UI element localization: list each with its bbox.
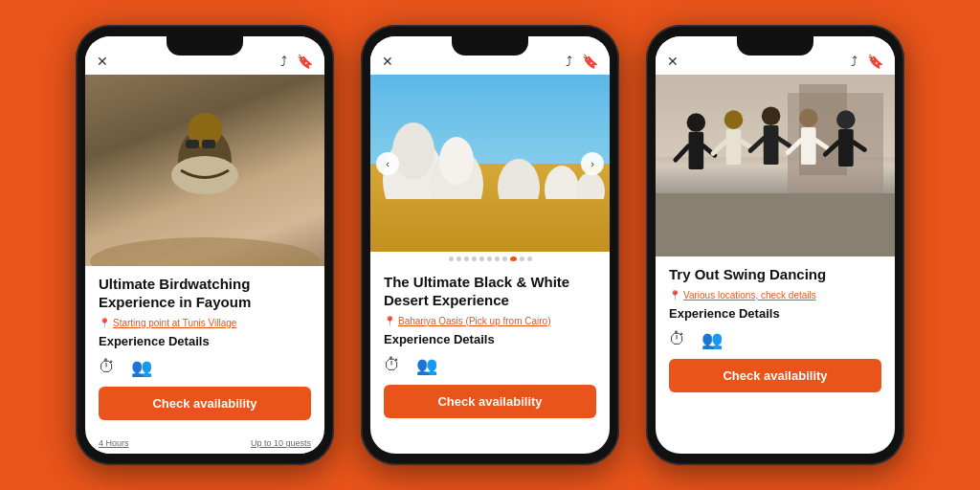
svg-point-10 (498, 159, 540, 199)
phone-frame-3: ✕ ⤴ 🔖 (646, 25, 904, 465)
location-pin-icon-3: 📍 (669, 290, 680, 301)
svg-rect-4 (202, 140, 215, 148)
svg-line-20 (741, 141, 752, 147)
phone-frame-2: ✕ ⤴ 🔖 (361, 25, 619, 465)
dot-1[interactable] (449, 256, 454, 261)
svg-rect-18 (725, 128, 741, 164)
dot-4[interactable] (472, 256, 477, 261)
carousel-arrow-right-2[interactable]: › (581, 152, 604, 175)
location-text-1: Starting point at Tunis Village (113, 317, 236, 329)
experience-title-1: Ultimate Birdwatching Experience in Fayo… (99, 276, 311, 312)
close-icon-3[interactable]: ✕ (667, 54, 679, 69)
top-bar-icons-3: ⤴ 🔖 (851, 54, 883, 69)
check-availability-button-3[interactable]: Check availability (669, 359, 881, 392)
close-icon-1[interactable]: ✕ (97, 54, 108, 69)
experience-details-label-2: Experience Details (384, 332, 596, 346)
phone-1: ✕ ⤴ 🔖 (76, 25, 334, 465)
dot-8[interactable] (502, 256, 507, 261)
svg-point-29 (836, 110, 856, 129)
clock-icon-2: ⏱ (384, 355, 401, 375)
dot-10[interactable] (520, 256, 524, 261)
phone-notch-3 (737, 36, 813, 56)
people-icon-2: 👥 (416, 355, 437, 376)
location-pin-icon-2: 📍 (384, 316, 395, 326)
phone-2: ✕ ⤴ 🔖 (361, 25, 619, 465)
svg-line-15 (675, 145, 688, 160)
svg-rect-30 (838, 128, 854, 166)
details-icons-row-3: ⏱ 👥 (669, 325, 881, 352)
svg-line-28 (815, 140, 827, 147)
svg-point-2 (171, 156, 238, 194)
dot-11[interactable] (527, 256, 532, 261)
dot-2[interactable] (457, 256, 461, 261)
carousel-arrow-left-2[interactable]: ‹ (376, 152, 399, 175)
share-icon-1[interactable]: ⤴ (280, 54, 287, 69)
location-row-2: 📍 Bahariya Oasis (Pick up from Cairo) (384, 315, 596, 327)
location-row-3: 📍 Various locations, check details (669, 289, 881, 301)
hero-image-2: ‹ › (370, 75, 610, 252)
check-availability-button-2[interactable]: Check availability (384, 385, 596, 418)
svg-rect-3 (186, 140, 199, 148)
phone-content-2: The Ultimate Black & White Desert Experi… (370, 264, 610, 454)
location-text-2: Bahariya Oasis (Pick up from Cairo) (398, 315, 551, 327)
bookmark-icon-2[interactable]: 🔖 (582, 54, 598, 69)
hero-image-3 (656, 75, 895, 256)
dot-3[interactable] (464, 256, 469, 261)
svg-line-23 (750, 138, 764, 150)
svg-point-17 (724, 110, 743, 129)
experience-title-2: The Ultimate Black & White Desert Experi… (384, 274, 596, 310)
phone-3: ✕ ⤴ 🔖 (646, 25, 904, 465)
svg-point-25 (798, 108, 817, 127)
phone-content-3: Try Out Swing Dancing 📍 Various location… (656, 256, 895, 454)
phone-frame-1: ✕ ⤴ 🔖 (76, 25, 334, 465)
details-icons-row-1: ⏱ 👥 (99, 353, 311, 380)
svg-point-7 (392, 122, 434, 180)
clock-icon-1: ⏱ (99, 357, 116, 377)
svg-line-32 (853, 142, 864, 149)
location-row-1: 📍 Starting point at Tunis Village (99, 317, 311, 329)
svg-point-13 (686, 113, 705, 132)
dot-7[interactable] (495, 256, 500, 261)
phone-notch-1 (167, 36, 243, 56)
phone-screen-3: ✕ ⤴ 🔖 (656, 36, 895, 454)
bottom-guests-1: Up to 10 guests (251, 438, 311, 448)
bottom-duration-1: 4 Hours (99, 438, 129, 448)
experience-details-label-3: Experience Details (669, 306, 881, 321)
close-icon-2[interactable]: ✕ (382, 54, 393, 69)
phone-screen-2: ✕ ⤴ 🔖 (370, 36, 610, 454)
top-bar-icons-1: ⤴ 🔖 (280, 54, 313, 69)
phone-notch-2 (452, 36, 528, 56)
top-bar-icons-2: ⤴ 🔖 (566, 54, 598, 69)
experience-title-3: Try Out Swing Dancing (669, 266, 881, 284)
share-icon-2[interactable]: ⤴ (566, 54, 572, 69)
phone-screen-1: ✕ ⤴ 🔖 (85, 36, 324, 454)
svg-rect-22 (763, 125, 778, 165)
svg-line-19 (712, 141, 725, 153)
bookmark-icon-1[interactable]: 🔖 (297, 54, 313, 69)
experience-details-label-1: Experience Details (99, 334, 311, 348)
svg-rect-26 (800, 126, 815, 164)
location-text-3: Various locations, check details (683, 289, 816, 301)
hero-image-1 (85, 75, 324, 266)
bottom-info-row-1: 4 Hours Up to 10 guests (85, 434, 324, 454)
svg-line-24 (778, 138, 790, 145)
carousel-dots-2 (370, 252, 610, 264)
svg-point-21 (761, 106, 780, 125)
details-icons-row-2: ⏱ 👥 (384, 351, 596, 378)
svg-point-12 (576, 172, 605, 199)
dot-6[interactable] (487, 256, 492, 261)
svg-point-5 (90, 237, 320, 266)
phone-content-1: Ultimate Birdwatching Experience in Fayo… (85, 266, 324, 434)
svg-point-11 (545, 166, 579, 199)
check-availability-button-1[interactable]: Check availability (99, 387, 311, 420)
people-icon-3: 👥 (702, 329, 723, 350)
dot-9-active[interactable] (510, 256, 517, 261)
svg-point-9 (439, 137, 474, 185)
dot-5[interactable] (479, 256, 484, 261)
bookmark-icon-3[interactable]: 🔖 (867, 54, 883, 69)
svg-rect-14 (688, 131, 703, 168)
share-icon-3[interactable]: ⤴ (851, 54, 858, 69)
people-icon-1: 👥 (131, 357, 152, 378)
location-pin-icon-1: 📍 (99, 318, 110, 328)
clock-icon-3: ⏱ (669, 329, 686, 349)
